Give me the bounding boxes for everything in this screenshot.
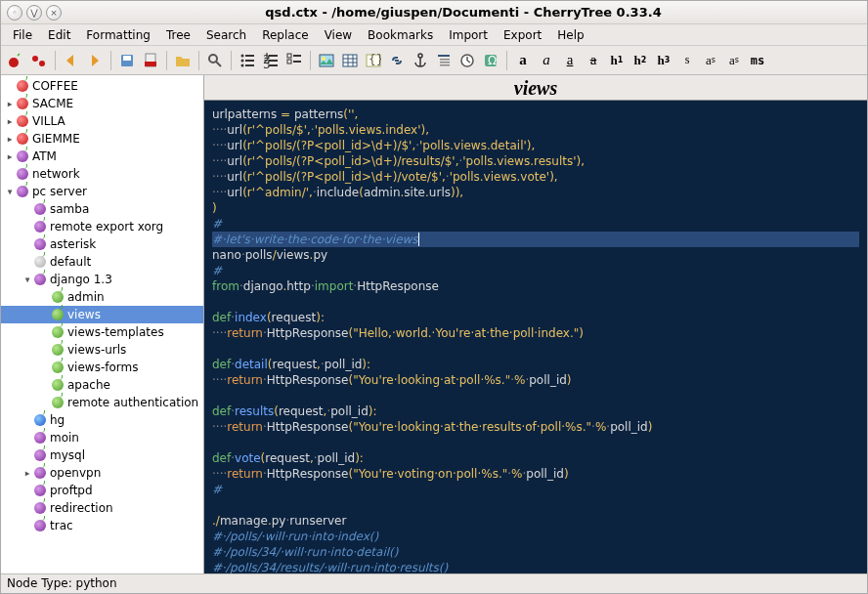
tree-node[interactable]: views (1, 306, 203, 323)
format-strikethrough-icon[interactable]: a (583, 50, 604, 71)
tree-node[interactable]: proftpd (1, 482, 203, 499)
tree-node[interactable]: remote authentication (1, 394, 203, 411)
insert-toc-icon[interactable] (433, 50, 455, 71)
tree-node[interactable]: views-templates (1, 323, 203, 341)
format-subscript-icon[interactable]: as (723, 50, 745, 71)
format-monospace-icon[interactable]: ms (747, 50, 768, 71)
tree-node-label: proftpd (50, 484, 93, 497)
tree-node[interactable]: views-urls (1, 341, 203, 359)
add-subnode-icon[interactable] (28, 50, 50, 71)
list-bulleted-icon[interactable] (237, 50, 258, 71)
window-menu-button[interactable]: ◦ (7, 5, 22, 21)
insert-image-icon[interactable] (316, 50, 337, 71)
cherry-icon (52, 291, 64, 303)
tree-node-label: asterisk (50, 237, 96, 251)
menu-bookmarks[interactable]: Bookmarks (360, 26, 441, 44)
format-superscript-icon[interactable]: as (700, 50, 721, 71)
code-editor[interactable]: urlpatterns = patterns('', ····url(r'^po… (204, 101, 867, 573)
export-pdf-icon[interactable] (140, 50, 161, 71)
tree-node[interactable]: COFFEE (1, 77, 203, 95)
expander-icon[interactable]: ▾ (5, 185, 15, 198)
add-node-icon[interactable] (5, 50, 26, 71)
tree-node[interactable]: ▾django 1.3 (1, 271, 203, 288)
tree-node-label: SACME (32, 97, 73, 110)
cherry-icon (34, 238, 46, 250)
close-button[interactable]: × (46, 5, 62, 21)
tree-node-label: hg (50, 413, 65, 427)
insert-anchor-icon[interactable] (410, 50, 431, 71)
separator (231, 51, 232, 70)
svg-text:Ω: Ω (488, 54, 497, 67)
tree-node[interactable]: hg (1, 411, 203, 429)
tree-node[interactable]: default (1, 253, 203, 271)
tree-node-label: pc server (32, 185, 87, 198)
format-small-icon[interactable]: s (676, 50, 698, 71)
tree-node[interactable]: ▾pc server (1, 183, 203, 200)
minimize-button[interactable]: ⋁ (26, 5, 42, 21)
tree-node[interactable]: ▸openvpn (1, 464, 203, 482)
menu-import[interactable]: Import (441, 26, 496, 44)
svg-rect-14 (245, 64, 254, 66)
format-h2-icon[interactable]: h2 (629, 50, 651, 71)
tree-node-label: COFFEE (32, 79, 78, 93)
format-h3-icon[interactable]: h3 (653, 50, 674, 71)
forward-icon[interactable] (84, 50, 106, 71)
find-icon[interactable] (204, 50, 226, 71)
tree-node[interactable]: ▸VILLA (1, 112, 203, 130)
svg-point-9 (241, 54, 244, 57)
insert-link-icon[interactable] (386, 50, 408, 71)
menu-search[interactable]: Search (198, 26, 254, 44)
insert-table-icon[interactable] (339, 50, 361, 71)
format-h1-icon[interactable]: h1 (606, 50, 628, 71)
menu-edit[interactable]: Edit (40, 26, 78, 44)
expander-icon[interactable]: ▾ (22, 273, 32, 286)
tree-node[interactable]: asterisk (1, 235, 203, 253)
tree-node[interactable]: ▸ATM (1, 148, 203, 165)
format-bold-icon[interactable]: a (512, 50, 534, 71)
tree-node[interactable]: trac (1, 517, 203, 534)
save-icon[interactable] (116, 50, 138, 71)
tree-node[interactable]: samba (1, 200, 203, 218)
tree-node[interactable]: moin (1, 429, 203, 446)
tree-node-label: django 1.3 (50, 273, 112, 286)
cherry-icon (52, 361, 64, 373)
format-italic-icon[interactable]: a (536, 50, 557, 71)
open-folder-icon[interactable] (172, 50, 194, 71)
menu-view[interactable]: View (317, 26, 360, 44)
back-icon[interactable] (61, 50, 82, 71)
expander-icon[interactable]: ▸ (22, 466, 32, 480)
expander-icon[interactable]: ▸ (5, 149, 15, 163)
tree-node[interactable]: redirection (1, 499, 203, 517)
svg-rect-24 (293, 61, 301, 63)
tree-node[interactable]: views-forms (1, 359, 203, 376)
svg-point-13 (241, 64, 244, 66)
insert-codebox-icon[interactable]: {} (363, 50, 384, 71)
tree-node-label: openvpn (50, 466, 101, 480)
menu-replace[interactable]: Replace (254, 26, 316, 44)
tree-node[interactable]: ▸SACME (1, 95, 203, 112)
expander-icon[interactable]: ▸ (5, 114, 15, 128)
insert-special-char-icon[interactable]: Ω (480, 50, 501, 71)
expander-icon[interactable]: ▸ (5, 97, 15, 110)
menu-export[interactable]: Export (496, 26, 549, 44)
tree-node[interactable]: remote export xorg (1, 218, 203, 235)
menu-file[interactable]: File (5, 26, 40, 44)
svg-rect-22 (293, 55, 301, 57)
menu-formatting[interactable]: Formatting (78, 26, 158, 44)
cherry-icon (34, 203, 46, 215)
list-numbered-icon[interactable]: 123 (260, 50, 282, 71)
tree-node[interactable]: network (1, 165, 203, 183)
expander-icon[interactable]: ▸ (5, 132, 15, 146)
tree-node[interactable]: admin (1, 288, 203, 306)
tree-node[interactable]: apache (1, 376, 203, 394)
menu-help[interactable]: Help (549, 26, 591, 44)
tree-node[interactable]: ▸GIEMME (1, 130, 203, 148)
menu-tree[interactable]: Tree (158, 26, 198, 44)
list-todo-icon[interactable] (283, 50, 305, 71)
cherry-icon (52, 326, 64, 338)
format-underline-icon[interactable]: a (559, 50, 581, 71)
cherry-icon (17, 115, 28, 127)
insert-timestamp-icon[interactable] (456, 50, 478, 71)
tree-panel[interactable]: COFFEE▸SACME▸VILLA▸GIEMME▸ATMnetwork▾pc … (1, 75, 204, 573)
tree-node[interactable]: mysql (1, 446, 203, 464)
